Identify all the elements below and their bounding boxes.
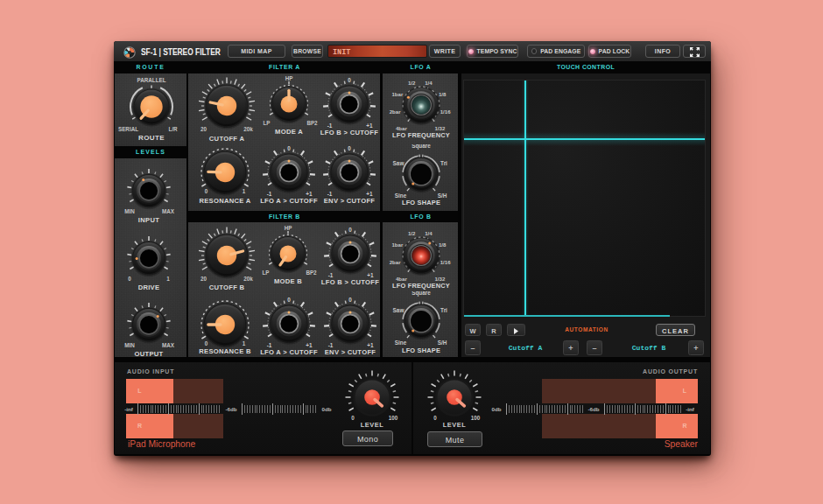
svg-text:HP: HP [285,75,293,81]
svg-text:1/32: 1/32 [434,124,445,130]
svg-text:LP: LP [262,270,269,276]
svg-text:ENV > CUTOFF: ENV > CUTOFF [324,348,376,356]
svg-text:LFO FREQUENCY: LFO FREQUENCY [392,281,450,289]
svg-text:PARALLEL: PARALLEL [137,78,165,83]
svg-text:0: 0 [287,297,291,303]
svg-text:CUTOFF A: CUTOFF A [208,134,244,142]
svg-text:0: 0 [128,276,131,282]
svg-text:Sine: Sine [394,192,406,198]
svg-text:1/2: 1/2 [407,230,415,236]
svg-text:1/4: 1/4 [425,80,433,86]
svg-text:Tri: Tri [440,159,447,165]
svg-text:1/16: 1/16 [440,108,450,115]
svg-text:0: 0 [348,145,351,151]
svg-text:MIN: MIN [124,207,135,214]
svg-text:1/8: 1/8 [438,91,446,97]
svg-text:DRIVE: DRIVE [138,284,160,291]
svg-text:OUTPUT: OUTPUT [134,350,163,358]
svg-text:2bar: 2bar [389,259,401,265]
svg-text:S/H: S/H [437,339,447,345]
svg-text:MODE B: MODE B [274,277,302,285]
svg-text:CUTOFF B: CUTOFF B [208,284,244,291]
svg-text:-1: -1 [267,191,272,197]
svg-text:Sine: Sine [394,339,406,345]
svg-text:0: 0 [351,415,355,421]
svg-text:+1: +1 [367,272,374,278]
svg-text:LFO SHAPE: LFO SHAPE [401,198,440,206]
svg-text:LFO B > CUTOFF: LFO B > CUTOFF [320,278,378,286]
svg-text:0: 0 [433,415,437,421]
svg-text:1/32: 1/32 [434,275,445,281]
svg-text:4bar: 4bar [395,124,407,130]
svg-text:0: 0 [287,145,291,151]
svg-text:0: 0 [348,297,352,303]
svg-text:Saw: Saw [392,306,404,312]
svg-text:-1: -1 [327,342,333,348]
svg-text:20: 20 [200,276,207,282]
svg-text:20: 20 [200,125,207,131]
svg-text:MIN: MIN [124,342,135,348]
svg-text:1/8: 1/8 [438,242,446,248]
svg-text:100: 100 [388,415,397,421]
svg-text:LP: LP [263,120,270,126]
svg-text:Square: Square [412,144,431,150]
svg-text:100: 100 [470,415,480,421]
svg-text:1bar: 1bar [391,242,404,248]
svg-text:Saw: Saw [392,159,404,165]
svg-text:MAX: MAX [162,207,175,214]
svg-text:LEVEL: LEVEL [442,421,465,429]
svg-text:0: 0 [348,77,351,83]
svg-text:2bar: 2bar [389,108,401,115]
svg-text:S/H: S/H [437,192,447,198]
svg-text:Square: Square [412,291,431,297]
svg-text:1/16: 1/16 [440,259,450,265]
svg-text:1: 1 [243,340,246,346]
svg-text:RESONANCE A: RESONANCE A [199,197,250,205]
svg-text:+1: +1 [366,122,373,129]
svg-text:1: 1 [166,276,170,282]
svg-text:LFO SHAPE: LFO SHAPE [401,346,440,354]
svg-text:INPUT: INPUT [138,216,159,224]
svg-text:-1: -1 [327,272,333,278]
svg-text:Tri: Tri [440,306,447,312]
svg-text:0: 0 [205,340,208,346]
svg-text:-1: -1 [327,122,333,129]
svg-text:4bar: 4bar [395,275,407,281]
svg-text:MODE A: MODE A [275,128,303,136]
svg-text:L/R: L/R [168,126,178,132]
svg-text:LFO B > CUTOFF: LFO B > CUTOFF [320,129,378,136]
svg-text:0: 0 [348,227,352,233]
svg-text:+1: +1 [366,191,373,197]
svg-text:-1: -1 [327,191,333,197]
svg-text:0: 0 [205,188,208,194]
svg-text:1bar: 1bar [391,91,404,97]
svg-text:ROUTE: ROUTE [138,134,165,142]
svg-text:RESONANCE B: RESONANCE B [199,347,251,355]
svg-text:1/4: 1/4 [425,230,433,236]
svg-text:1/2: 1/2 [407,80,415,86]
svg-text:ENV > CUTOFF: ENV > CUTOFF [324,197,376,205]
svg-text:LEVEL: LEVEL [360,421,383,429]
svg-text:+1: +1 [367,342,374,348]
svg-text:SERIAL: SERIAL [117,126,137,132]
svg-text:1: 1 [243,188,246,194]
svg-text:MAX: MAX [162,342,175,348]
svg-text:LFO FREQUENCY: LFO FREQUENCY [392,130,450,138]
svg-text:HP: HP [285,225,292,231]
